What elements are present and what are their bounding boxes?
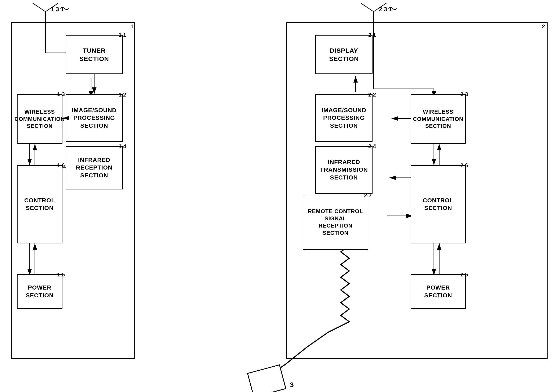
remote-device [247,364,286,392]
ref-15: 1 5 [57,271,65,278]
svg-line-17 [361,3,373,12]
device2-power-section: POWERSECTION [411,274,466,309]
ref-14: 1 4 [119,143,126,150]
device1-image-sound-section: IMAGE/SOUNDPROCESSINGSECTION [66,94,123,142]
ref-24: 2 4 [368,143,376,150]
ref-27: 2 7 [364,192,372,199]
device1-tuner-section: TUNERSECTION [66,35,123,74]
device1-control-section: CONTROLSECTION [17,165,62,243]
device1-infrared-rx-section: INFRAREDRECEPTIONSECTION [66,146,123,189]
device2-infrared-tx-section: INFRAREDTRANSMISSIONSECTION [315,146,373,194]
ref-21: 2 1 [368,32,376,38]
device2-label: 2 [542,23,545,30]
ref-11: 1 1 [119,32,126,38]
device1-wireless-section: WIRELESSCOMMUNICATIONSECTION [17,94,62,144]
ref-12: 1 2 [119,92,126,98]
device1-label: 1 [131,23,134,30]
ref-25: 2 5 [460,271,468,278]
device2-antenna-label: 2 3 1 [379,6,392,13]
ref-13: 1 3 [57,91,65,98]
ref-26: 2 6 [460,162,468,169]
device1-power-section: POWERSECTION [17,274,62,309]
device2-control-section: CONTROLSECTION [411,165,466,243]
svg-line-6 [33,3,46,12]
device2-remote-rx-section: REMOTE CONTROLSIGNALRECEPTIONSECTION [303,195,368,250]
device1-antenna-label: 1 3 1 [51,6,64,13]
ref-22: 2 2 [368,92,376,98]
device2-image-sound-section: IMAGE/SOUNDPROCESSINGSECTION [315,94,373,142]
diagram: 1 1 3 1 TUNERSECTION 1 1 IMAGE/SOUNDPROC… [0,0,559,392]
device2-display-section: DISPLAYSECTION [315,35,373,74]
ref-23: 2 3 [460,91,468,98]
device2-wireless-section: WIRELESSCOMMUNICATIONSECTION [411,94,466,144]
ref-16: 1 6 [57,162,65,169]
remote-label: 3 [290,381,294,389]
